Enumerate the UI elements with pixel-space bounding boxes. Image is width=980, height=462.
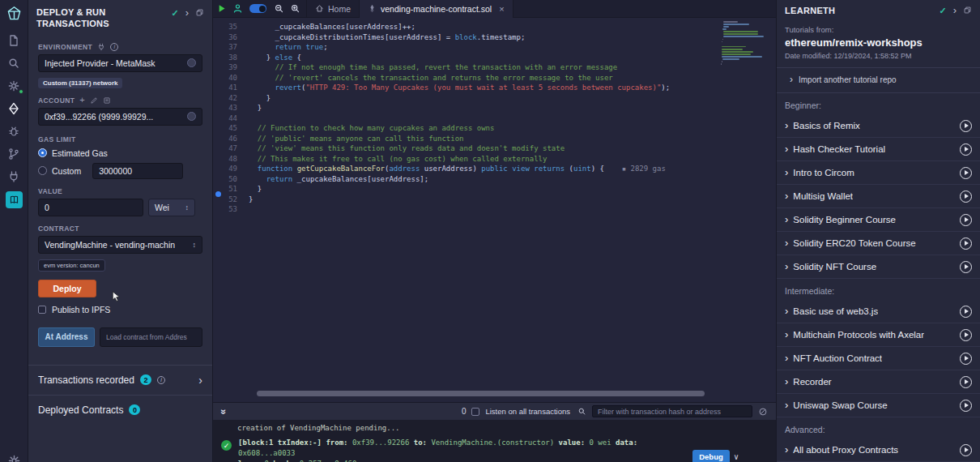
run-script-button[interactable] xyxy=(213,0,229,18)
play-circle-icon[interactable] xyxy=(960,190,972,203)
popout-window-icon[interactable] xyxy=(963,6,972,15)
popout-window-icon[interactable] xyxy=(195,8,204,17)
play-circle-icon[interactable] xyxy=(960,143,972,156)
play-circle-icon[interactable] xyxy=(960,329,972,341)
tutorial-item[interactable]: ›Solidity Beginner Course xyxy=(777,208,980,232)
pencil-icon[interactable] xyxy=(90,96,98,105)
radio-custom-gas[interactable] xyxy=(38,166,47,175)
close-tab-icon[interactable]: × xyxy=(499,4,504,14)
breakpoint-dot[interactable] xyxy=(215,191,221,197)
tutorial-item[interactable]: ›Solidity NFT Course xyxy=(777,255,980,279)
estimated-gas-option[interactable]: Estimated Gas xyxy=(38,148,202,158)
custom-gas-option[interactable]: Custom xyxy=(38,163,202,179)
radio-estimated-gas[interactable] xyxy=(38,148,47,157)
tutorial-section-label: Beginner: xyxy=(777,93,980,114)
add-account-icon[interactable]: + xyxy=(79,96,84,104)
at-address-button[interactable]: At Address xyxy=(38,327,95,347)
publish-ipfs-label: Publish to IPFS xyxy=(52,305,110,314)
play-circle-icon[interactable] xyxy=(960,353,972,365)
play-circle-icon[interactable] xyxy=(960,167,972,179)
custom-gas-input[interactable] xyxy=(92,163,183,179)
solidity-compiler-icon[interactable] xyxy=(0,75,28,97)
zoom-out-button[interactable] xyxy=(271,0,287,18)
chevron-right-icon[interactable]: › xyxy=(198,376,202,384)
zoom-in-button[interactable] xyxy=(287,0,303,18)
tutorial-item[interactable]: ›Intro to Circom xyxy=(777,161,980,185)
deploy-run-icon[interactable] xyxy=(0,97,28,120)
terminal-filter-input[interactable] xyxy=(592,405,752,417)
chevron-down-icon[interactable]: ∨ xyxy=(734,452,739,461)
tutorial-item[interactable]: ›Basic use of web3.js xyxy=(777,300,980,323)
horizontal-scrollbar[interactable] xyxy=(257,391,705,396)
tab-contract-file[interactable]: vending-machine-contract.sol × xyxy=(360,0,513,18)
code-line: 53 xyxy=(213,204,776,215)
tutorial-item[interactable]: ›Multisig Wallet xyxy=(777,185,980,208)
tutorial-item[interactable]: ›NFT Auction Contract xyxy=(777,347,980,370)
info-icon[interactable]: i xyxy=(157,376,165,384)
tutorial-item[interactable]: ›Multichain Protocols with Axelar xyxy=(777,323,980,347)
tutorial-item-label: Solidity NFT Course xyxy=(793,262,876,272)
expand-terminal-icon[interactable]: » xyxy=(218,409,229,414)
panel-title: LEARNETH xyxy=(785,6,835,15)
transactions-recorded-row[interactable]: Transactions recorded 2 i › xyxy=(28,365,212,395)
play-circle-icon[interactable] xyxy=(960,237,972,250)
tutorial-item[interactable]: ›Uniswap Swap Course xyxy=(777,394,980,417)
code-editor[interactable]: 35 _cupcakeBalances[userAddress]++;36 _c… xyxy=(213,18,776,402)
tutorial-item[interactable]: ›Hash Checker Tutorial xyxy=(777,138,980,161)
file-explorer-icon[interactable] xyxy=(0,29,28,52)
account-select[interactable]: 0xf39...92266 (9999.99929... xyxy=(38,108,202,126)
minimap-line xyxy=(722,61,722,62)
line-number: 45 xyxy=(213,123,249,134)
debug-button[interactable]: Debug xyxy=(692,450,730,462)
listen-all-checkbox[interactable] xyxy=(471,408,479,416)
line-number: 46 xyxy=(213,134,249,144)
terminal[interactable]: creation of VendingMachine pending... ✓ … xyxy=(213,420,776,462)
search-icon[interactable] xyxy=(0,52,28,75)
ai-assistant-icon[interactable] xyxy=(229,0,245,18)
plug-icon[interactable] xyxy=(97,43,105,51)
contract-select[interactable]: VendingMachine - vending-machin ↕ xyxy=(38,236,202,254)
git-icon[interactable] xyxy=(0,143,28,165)
transaction-log[interactable]: ✓ [block:1 txIndex:-] from: 0xf39...9226… xyxy=(221,438,769,462)
environment-select[interactable]: Injected Provider - MetaMask xyxy=(38,54,202,72)
settings-gear-icon[interactable] xyxy=(7,454,21,462)
publish-ipfs-checkbox[interactable] xyxy=(38,306,46,314)
chevron-right-icon: › xyxy=(785,307,788,315)
play-circle-icon[interactable] xyxy=(960,376,972,388)
tutorial-item[interactable]: ›Solidity ERC20 Token Course xyxy=(777,232,980,255)
value-unit-select[interactable]: Wei ↕ xyxy=(148,199,195,216)
minimap-line xyxy=(722,41,722,43)
learneth-plugin-icon[interactable] xyxy=(6,191,23,208)
tutorial-item[interactable]: ›Recorder xyxy=(777,370,980,394)
sign-message-icon[interactable] xyxy=(103,96,111,105)
play-circle-icon[interactable] xyxy=(960,306,972,318)
tab-home[interactable]: Home xyxy=(306,0,360,18)
gas-limit-label: GAS LIMIT xyxy=(38,135,76,143)
import-tutorial-link[interactable]: › Import another tutorial repo xyxy=(777,68,980,93)
publish-ipfs-option[interactable]: Publish to IPFS xyxy=(38,305,202,314)
chevron-right-icon: › xyxy=(785,446,788,454)
debugger-icon[interactable] xyxy=(0,120,28,143)
play-circle-icon[interactable] xyxy=(960,444,972,456)
play-circle-icon[interactable] xyxy=(960,214,972,226)
deploy-button[interactable]: Deploy xyxy=(38,280,96,297)
ai-copilot-toggle[interactable] xyxy=(249,4,266,13)
plugin-manager-icon[interactable] xyxy=(0,165,28,188)
tutorial-item[interactable]: ›Basics of Remix xyxy=(777,114,980,138)
chevron-right-icon: › xyxy=(785,192,788,200)
at-address-input[interactable] xyxy=(100,327,202,347)
tutorial-item[interactable]: ›All about Proxy Contracts xyxy=(777,438,980,462)
deployed-contracts-row[interactable]: Deployed Contracts 0 xyxy=(28,395,212,425)
play-circle-icon[interactable] xyxy=(960,400,972,412)
chevron-right-icon[interactable]: › xyxy=(185,8,189,17)
minimap-line xyxy=(722,46,746,48)
minimap[interactable] xyxy=(721,21,768,67)
clear-console-icon[interactable] xyxy=(758,407,768,417)
value-input[interactable] xyxy=(38,199,143,216)
play-circle-icon[interactable] xyxy=(960,261,972,273)
chevron-right-icon[interactable]: › xyxy=(953,6,957,15)
minimap-line xyxy=(722,39,723,41)
chevron-right-icon: › xyxy=(790,76,793,83)
info-icon[interactable]: i xyxy=(110,43,118,51)
play-circle-icon[interactable] xyxy=(960,120,972,132)
